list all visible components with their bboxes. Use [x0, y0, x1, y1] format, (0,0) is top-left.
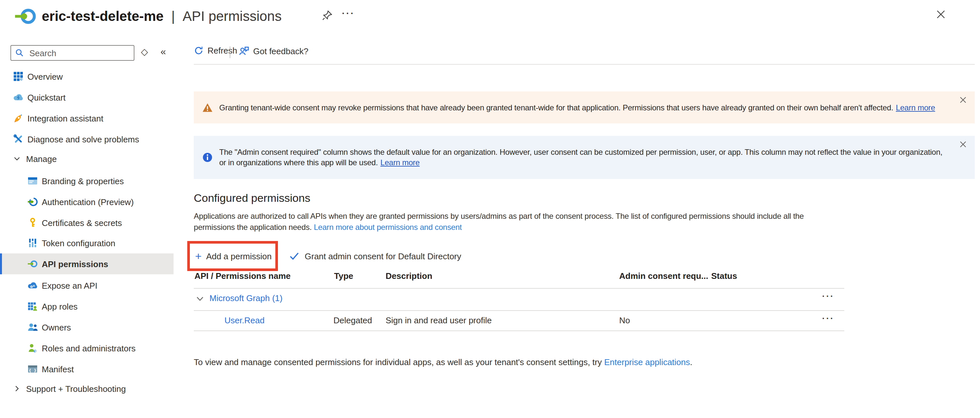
warning-banner: Granting tenant-wide consent may revoke … [194, 91, 975, 123]
refresh-label: Refresh [207, 46, 237, 56]
tools-icon [13, 134, 24, 144]
column-header-type: Type [334, 271, 353, 281]
warning-learn-more-link[interactable]: Learn more [896, 103, 935, 112]
feedback-label: Got feedback? [253, 46, 308, 56]
info-text: The "Admin consent required" column show… [219, 147, 946, 168]
permission-description: Sign in and read user profile [386, 316, 492, 325]
key-icon [27, 217, 38, 228]
column-header-api-permissions-name: API / Permissions name [194, 271, 291, 281]
sidebar-group-support[interactable]: Support + Troubleshooting [0, 378, 173, 399]
collapse-sidebar-icon[interactable]: « [161, 46, 166, 57]
refresh-icon [194, 46, 204, 56]
warning-close-icon[interactable] [959, 96, 967, 104]
more-actions-icon[interactable]: ··· [342, 8, 355, 18]
add-permission-button[interactable]: + Add a permission [190, 250, 272, 262]
sidebar-item-label: Expose an API [42, 281, 97, 290]
sidebar-item-branding[interactable]: Branding & properties [0, 171, 173, 191]
permission-link-user-read[interactable]: User.Read [224, 316, 264, 325]
group-link-microsoft-graph[interactable]: Microsoft Graph (1) [210, 293, 283, 303]
quickstart-icon [13, 92, 24, 102]
sidebar-item-owners[interactable]: Owners [0, 317, 173, 338]
close-blade-icon[interactable] [935, 9, 946, 19]
search-icon [15, 48, 24, 57]
sidebar-item-token-configuration[interactable]: Token configuration [0, 233, 173, 254]
sidebar-item-overview[interactable]: Overview [0, 66, 173, 87]
enterprise-applications-link[interactable]: Enterprise applications [604, 357, 690, 367]
page-name: API permissions [183, 8, 282, 24]
sidebar-item-certificates[interactable]: Certificates & secrets [0, 212, 173, 233]
api-permissions-blade: eric-test-delete-me | API permissions ··… [0, 0, 980, 418]
sidebar-item-api-permissions[interactable]: API permissions [0, 254, 173, 274]
refresh-button[interactable]: Refresh [194, 46, 237, 56]
feedback-button[interactable]: Got feedback? [239, 46, 308, 56]
person-cube-icon [27, 343, 38, 353]
table-divider [194, 330, 844, 331]
code-window-icon [27, 364, 38, 374]
sidebar-item-label: Roles and administrators [42, 343, 136, 353]
cloud-gears-icon [27, 280, 38, 290]
reorder-diamond-icon[interactable]: ◇ [141, 46, 148, 57]
sidebar-item-quickstart[interactable]: Quickstart [0, 87, 173, 108]
table-divider [194, 288, 844, 289]
sidebar-item-label: Branding & properties [42, 176, 124, 186]
column-header-status: Status [711, 271, 737, 281]
sidebar-item-label: API permissions [42, 259, 108, 269]
permission-row-more-icon[interactable]: ··· [822, 314, 835, 323]
sidebar-group-label: Manage [26, 154, 57, 164]
api-permissions-icon [27, 258, 38, 269]
permission-type: Delegated [333, 316, 372, 325]
column-header-description: Description [386, 271, 432, 281]
page-title: eric-test-delete-me | API permissions [42, 8, 282, 24]
sidebar-item-manifest[interactable]: Manifest [0, 359, 173, 380]
sidebar-item-expose-api[interactable]: Expose an API [0, 275, 173, 296]
sidebar-item-authentication[interactable]: Authentication (Preview) [0, 191, 173, 212]
api-permissions-logo-icon [14, 5, 37, 27]
info-banner: The "Admin consent required" column show… [194, 136, 975, 179]
section-title: Configured permissions [194, 192, 310, 205]
add-permission-label: Add a permission [206, 251, 272, 261]
pin-icon[interactable] [322, 10, 333, 21]
title-separator: | [171, 8, 175, 24]
overview-icon [13, 71, 24, 81]
toolbar-divider [230, 46, 230, 58]
sign-in-arrow-icon [27, 196, 38, 207]
sidebar-group-label: Support + Troubleshooting [26, 384, 126, 394]
browser-www-icon [27, 176, 38, 186]
warning-icon [202, 102, 213, 113]
search-input[interactable] [28, 47, 134, 59]
column-header-admin-consent: Admin consent requ... [619, 271, 708, 281]
plus-icon: + [195, 250, 202, 262]
sidebar-item-label: Manifest [42, 364, 74, 374]
sidebar-item-label: Overview [27, 72, 63, 81]
info-close-icon[interactable] [959, 140, 967, 148]
people-icon [27, 322, 38, 332]
grant-admin-consent-button[interactable]: Grant admin consent for Default Director… [289, 251, 461, 261]
permissions-consent-link[interactable]: Learn more about permissions and consent [314, 222, 462, 231]
app-name: eric-test-delete-me [42, 8, 164, 24]
chevron-right-icon [13, 385, 21, 392]
sidebar-search[interactable] [10, 45, 134, 61]
footer-note: To view and manage consented permissions… [194, 357, 692, 367]
toolbar-rule [194, 64, 975, 65]
info-learn-more-link[interactable]: Learn more [380, 158, 420, 167]
highlight-red-box: + Add a permission [187, 241, 278, 271]
sidebar-item-label: Diagnose and solve problems [27, 134, 139, 144]
rocket-icon [13, 113, 24, 123]
group-chevron-down-icon[interactable] [196, 295, 204, 303]
permission-admin-consent: No [619, 316, 630, 325]
feedback-icon [239, 46, 249, 56]
sidebar-item-app-roles[interactable]: App roles [0, 296, 173, 317]
sidebar-item-roles-administrators[interactable]: Roles and administrators [0, 338, 173, 359]
sidebar-item-integration-assistant[interactable]: Integration assistant [0, 108, 173, 129]
sidebar-item-label: Authentication (Preview) [42, 197, 134, 207]
checkmark-icon [289, 251, 299, 261]
sidebar-group-manage[interactable]: Manage [0, 148, 173, 169]
group-row-more-icon[interactable]: ··· [822, 291, 835, 301]
section-description: Applications are authorized to call APIs… [194, 211, 846, 233]
warning-text: Granting tenant-wide consent may revoke … [219, 102, 935, 113]
sidebar-item-label: Certificates & secrets [42, 218, 122, 228]
sidebar-item-diagnose[interactable]: Diagnose and solve problems [0, 129, 173, 150]
sliders-icon [27, 238, 38, 248]
sidebar-item-label: Integration assistant [27, 113, 103, 123]
sidebar-item-label: Owners [42, 322, 71, 332]
